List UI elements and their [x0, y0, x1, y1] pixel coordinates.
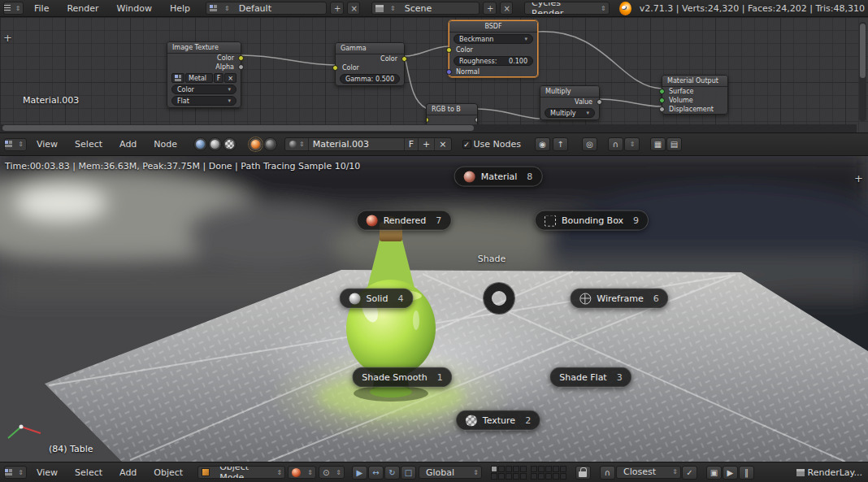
node-gamma[interactable]: Gamma Color Color Gamma: 0.500 [335, 42, 405, 86]
manipulator-toggle-button[interactable]: ▶ [352, 466, 367, 480]
input-socket-normal[interactable] [446, 69, 452, 75]
pie-center-widget[interactable] [484, 283, 514, 314]
copy-nodes-button[interactable]: ▦ [650, 137, 666, 151]
node-editor[interactable]: + Image Texture Color Alpha Metal F × Co… [0, 17, 868, 132]
menu-add[interactable]: Add [112, 139, 144, 150]
paste-nodes-button[interactable]: ▤ [666, 137, 682, 151]
pin-button[interactable]: ◉ [535, 137, 550, 151]
output-socket-value[interactable] [475, 117, 478, 123]
distribution-dropdown[interactable]: Beckmann ▾ [454, 34, 533, 44]
input-socket-color[interactable] [332, 65, 338, 71]
properties-expand-icon[interactable]: + [854, 172, 863, 185]
pivot-point-selector[interactable]: ⊙ ⇕ [319, 466, 345, 479]
gamma-slider[interactable]: Gamma: 0.500 [340, 74, 400, 84]
go-to-parent-button[interactable]: ↑ [553, 137, 568, 151]
menu-window[interactable]: Window [110, 3, 159, 14]
tree-type-compositing-button[interactable] [223, 137, 237, 151]
layer-block-left[interactable] [491, 466, 527, 480]
screen-layout-delete-button[interactable]: × [347, 2, 361, 15]
node-glossy-bsdf[interactable]: BSDF Beckmann ▾ Color Roughness: 0.100 N… [449, 20, 538, 77]
unlink-material-button[interactable]: × [434, 138, 450, 150]
snap-element-selector[interactable]: Closest ⇕ [616, 466, 681, 479]
pie-item-shade-smooth[interactable]: Shade Smooth 1 [352, 367, 452, 388]
input-socket-volume[interactable] [659, 98, 665, 103]
pie-item-bounding-box[interactable]: Bounding Box 9 [535, 211, 649, 231]
image-datablock[interactable]: Metal F × [171, 73, 237, 83]
scene-delete-button[interactable]: × [500, 2, 514, 15]
screen-layout-selector[interactable]: ⇕ Default [206, 2, 327, 15]
opengl-render-still-button[interactable]: ▣ [706, 466, 722, 480]
snap-mode-button[interactable]: ⇕ [624, 137, 640, 151]
translate-manipulator-button[interactable]: ↔ [368, 466, 384, 480]
screen-layout-add-button[interactable]: + [330, 2, 344, 15]
material-browse-button[interactable]: ⇕ [285, 138, 308, 150]
render-engine-selector[interactable]: Cycles Render ⇕ [524, 2, 610, 15]
image-browse-icon[interactable] [171, 73, 184, 83]
input-socket-color[interactable] [426, 117, 429, 123]
viewport-3d[interactable]: Time:00:03.83 | Mem:36.63M, Peak:37.75M … [0, 156, 868, 462]
node-title[interactable]: Multiply [540, 86, 599, 98]
menu-view[interactable]: View [29, 467, 65, 478]
node-title[interactable]: Gamma [336, 43, 404, 54]
colorspace-dropdown[interactable]: Color ▾ [171, 85, 237, 94]
menu-file[interactable]: File [27, 3, 56, 14]
scale-manipulator-button[interactable]: □ [401, 466, 416, 480]
snap-toggle[interactable]: ∩ [600, 466, 615, 480]
editor-type-button-nodes[interactable]: ⇕ [4, 138, 27, 151]
fake-user-button[interactable]: F [404, 138, 418, 150]
tree-type-material-button[interactable] [193, 137, 207, 151]
node-title[interactable]: Image Texture [167, 42, 241, 54]
mode-selector[interactable]: Object Mode ⇕ [197, 466, 285, 479]
auto-render-toggle[interactable]: ◎ [582, 137, 597, 151]
render-layer-selector[interactable]: RenderLay... [796, 467, 864, 478]
toolbar-expand-icon[interactable]: + [3, 32, 12, 44]
pie-item-solid[interactable]: Solid 4 [340, 289, 414, 309]
roughness-slider[interactable]: Roughness: 0.100 [454, 56, 533, 66]
tree-type-texture-button[interactable] [208, 137, 222, 151]
editor-type-button-3dview[interactable]: ⇕ [4, 466, 27, 479]
node-title[interactable]: RGB to B [427, 104, 477, 115]
node-editor-vscrollbar[interactable] [859, 22, 866, 121]
shader-type-world-button[interactable] [263, 137, 277, 151]
snap-toggle[interactable]: ∩ [608, 137, 623, 151]
viewport-shading-selector[interactable]: ⇕ [288, 466, 316, 479]
material-name-field[interactable]: Material.003 [308, 138, 404, 150]
pie-item-wireframe[interactable]: Wireframe 6 [570, 289, 668, 309]
menu-object[interactable]: Object [146, 467, 190, 478]
node-editor-hscrollbar[interactable] [0, 124, 857, 132]
node-material-output[interactable]: Material Output Surface Volume Displacem… [662, 75, 728, 115]
input-socket-color[interactable] [446, 47, 452, 53]
node-title[interactable]: Material Output [662, 76, 727, 87]
scene-add-button[interactable]: + [483, 2, 497, 15]
scene-selector[interactable]: ⇕ Scene [371, 2, 480, 15]
transform-orientation-selector[interactable]: Global ⇕ [419, 466, 482, 479]
image-name[interactable]: Metal [185, 73, 213, 83]
menu-select[interactable]: Select [67, 139, 110, 150]
operation-dropdown[interactable]: Multiply ▾ [545, 108, 595, 118]
pie-item-rendered[interactable]: Rendered 7 [357, 211, 452, 231]
output-socket-value[interactable] [597, 99, 602, 105]
opengl-render-anim-button[interactable]: ▶ [723, 466, 738, 480]
node-math-multiply[interactable]: Multiply Value Multiply ▾ [540, 85, 600, 120]
menu-render[interactable]: Render [59, 3, 106, 14]
pie-item-material[interactable]: Material 8 [454, 167, 543, 187]
layers-widget[interactable] [491, 466, 566, 480]
lock-to-scene-button[interactable] [575, 466, 591, 480]
menu-select[interactable]: Select [67, 467, 110, 478]
node-title[interactable]: BSDF [449, 21, 537, 33]
menu-node[interactable]: Node [146, 139, 184, 150]
pie-item-shade-flat[interactable]: Shade Flat 3 [549, 367, 631, 388]
input-socket-surface[interactable] [659, 89, 665, 94]
layer-block-right[interactable] [531, 466, 566, 480]
new-material-button[interactable]: + [418, 138, 434, 150]
input-socket-displacement[interactable] [659, 106, 665, 112]
editor-type-button-info[interactable]: ⇕ [3, 2, 24, 15]
node-image-texture[interactable]: Image Texture Color Alpha Metal F × Colo… [167, 41, 241, 108]
fake-user-button[interactable]: F [214, 73, 224, 83]
output-socket-alpha[interactable] [238, 64, 244, 70]
pause-render-button[interactable]: ‖ [739, 466, 754, 480]
menu-view[interactable]: View [29, 139, 65, 150]
output-socket-color[interactable] [401, 56, 407, 62]
shader-type-object-button[interactable] [249, 137, 263, 151]
snap-peel-button[interactable]: ✓ [682, 466, 697, 480]
